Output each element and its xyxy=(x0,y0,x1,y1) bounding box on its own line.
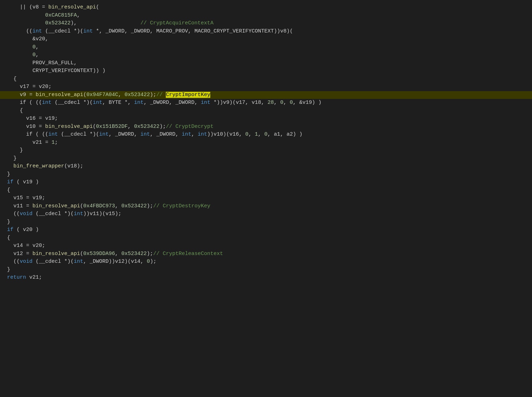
code-line: 0, xyxy=(0,51,532,59)
code-line: { xyxy=(0,75,532,83)
code-line: ((int (__cdecl *)(int *, _DWORD, _DWORD,… xyxy=(0,28,532,36)
code-line: v17 = v20; xyxy=(0,83,532,91)
code-line: v12 = bin_resolve_api(0x539DDA96, 0x5234… xyxy=(0,250,532,258)
code-line: CRYPT_VERIFYCONTEXT)) ) xyxy=(0,67,532,75)
code-line: } xyxy=(0,266,532,274)
code-line: v15 = v19; xyxy=(0,194,532,202)
code-line: 0xCAC815FA, xyxy=(0,12,532,20)
code-line: 0x523422), // CryptAcquireContextA xyxy=(0,19,532,28)
code-line: v10 = bin_resolve_api(0x151B52DF, 0x5234… xyxy=(0,123,532,131)
code-line: || (v8 = bin_resolve_api( xyxy=(0,4,532,12)
code-line: { xyxy=(0,186,532,195)
code-line: v11 = bin_resolve_api(0x4FBDC973, 0x5234… xyxy=(0,202,532,211)
code-line: PROV_RSA_FULL, xyxy=(0,59,532,67)
code-line: if ( v19 ) xyxy=(0,178,532,186)
code-line: v14 = v20; xyxy=(0,242,532,250)
code-line: } xyxy=(0,218,532,226)
code-line: bin_free_wrapper(v18); xyxy=(0,162,532,171)
code-line: } xyxy=(0,171,532,179)
code-line: &v20, xyxy=(0,35,532,43)
code-line: { xyxy=(0,107,532,115)
code-line: if ( ((int (__cdecl *)(int, _DWORD, int,… xyxy=(0,131,532,139)
code-view: || (v8 = bin_resolve_api( 0xCAC815FA, 0x… xyxy=(0,0,532,285)
code-line: if ( ((int (__cdecl *)(int, BYTE *, int,… xyxy=(0,99,532,107)
code-line: } xyxy=(0,155,532,163)
code-line: ((void (__cdecl *)(int))v11)(v15); xyxy=(0,210,532,218)
code-line-highlighted: v9 = bin_resolve_api(0x94F7A04C, 0x52342… xyxy=(0,91,532,99)
code-line: { xyxy=(0,234,532,242)
code-line: v21 = 1; xyxy=(0,139,532,147)
code-line: } xyxy=(0,147,532,155)
code-line: 0, xyxy=(0,43,532,52)
code-line: return v21; xyxy=(0,274,532,282)
code-line: if ( v20 ) xyxy=(0,226,532,234)
code-line: ((void (__cdecl *)(int, _DWORD))v12)(v14… xyxy=(0,258,532,266)
code-line: v16 = v19; xyxy=(0,115,532,123)
